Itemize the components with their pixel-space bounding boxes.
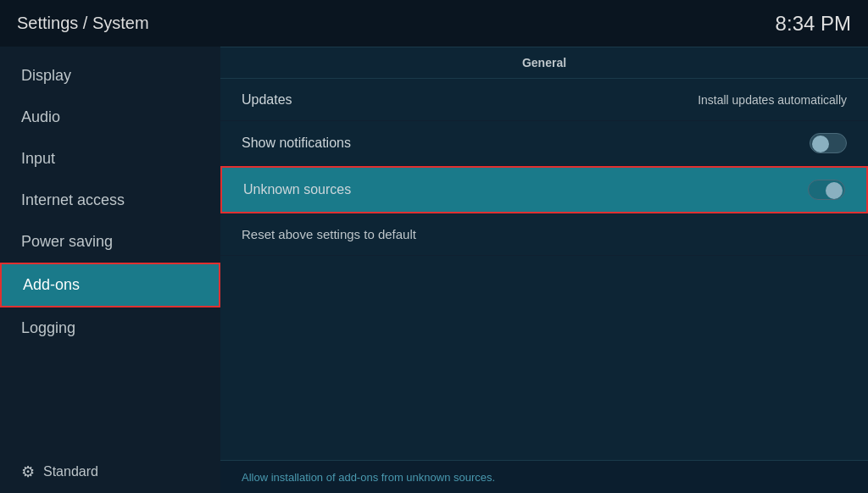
content-footer: Allow installation of add-ons from unkno…: [220, 460, 868, 493]
setting-row-show-notifications[interactable]: Show notifications: [220, 121, 868, 166]
setting-row-reset[interactable]: Reset above settings to default: [220, 213, 868, 256]
sidebar-item-input[interactable]: Input: [0, 138, 220, 180]
clock: 8:34 PM: [776, 12, 851, 36]
gear-icon: ⚙: [21, 463, 35, 481]
setting-row-updates[interactable]: Updates Install updates automatically: [220, 79, 868, 121]
setting-label-show-notifications: Show notifications: [242, 136, 351, 151]
footer-hint: Allow installation of add-ons from unkno…: [242, 471, 495, 484]
toggle-knob-show-notifications: [812, 136, 829, 152]
sidebar-item-logging[interactable]: Logging: [0, 307, 220, 349]
content-inner: General Updates Install updates automati…: [220, 47, 868, 460]
setting-label-reset: Reset above settings to default: [242, 227, 416, 241]
sidebar-item-add-ons[interactable]: Add-ons: [0, 263, 220, 307]
header: Settings / System 8:34 PM: [0, 0, 868, 47]
setting-value-updates: Install updates automatically: [698, 93, 847, 107]
sidebar-bottom-label: Standard: [43, 464, 98, 479]
toggle-knob-unknown-sources: [826, 182, 843, 199]
section-header-general: General: [220, 47, 868, 79]
setting-row-unknown-sources[interactable]: Unknown sources: [220, 166, 868, 213]
page-title: Settings / System: [17, 14, 149, 33]
sidebar: Display Audio Input Internet access Powe…: [0, 47, 220, 493]
setting-label-unknown-sources: Unknown sources: [243, 182, 351, 197]
toggle-unknown-sources[interactable]: [808, 180, 845, 200]
main-content: Display Audio Input Internet access Powe…: [0, 47, 868, 493]
sidebar-item-power-saving[interactable]: Power saving: [0, 221, 220, 263]
setting-label-updates: Updates: [242, 92, 292, 108]
content-panel: General Updates Install updates automati…: [220, 47, 868, 493]
sidebar-item-display[interactable]: Display: [0, 55, 220, 97]
sidebar-bottom-standard[interactable]: ⚙ Standard: [0, 451, 220, 493]
toggle-show-notifications[interactable]: [810, 133, 847, 153]
sidebar-item-internet-access[interactable]: Internet access: [0, 180, 220, 221]
sidebar-item-audio[interactable]: Audio: [0, 97, 220, 138]
